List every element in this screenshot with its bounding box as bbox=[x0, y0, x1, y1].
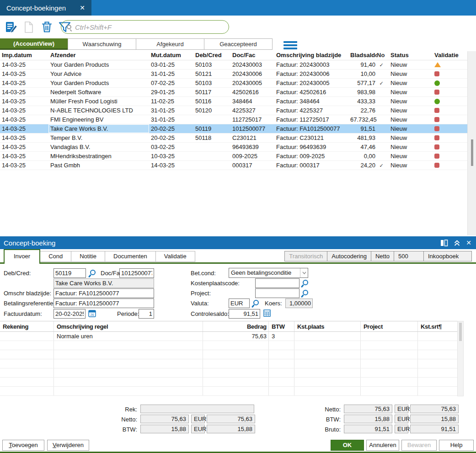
table-row[interactable]: 14-03-25 FMI Engineering BV 31-01-25 112… bbox=[0, 115, 467, 124]
quick-button[interactable]: Autocodering bbox=[327, 251, 371, 261]
project-input[interactable] bbox=[255, 288, 300, 298]
btw-right-field: 15,88 bbox=[344, 415, 392, 423]
chevron-down-icon[interactable] bbox=[300, 268, 308, 277]
col-rekening[interactable]: Rekening bbox=[0, 321, 54, 331]
close-icon[interactable]: ✕ bbox=[80, 4, 85, 11]
col-omschrijving[interactable]: Omschrijving bladzijde bbox=[274, 50, 350, 60]
col-kst-plaats[interactable]: Kst.plaats bbox=[294, 321, 361, 331]
verwijderen-button[interactable]: Verwijderen bbox=[47, 440, 89, 451]
table-row[interactable]: 14-03-25 N-ABLE TECHNOLOGIES LTD 31-01-2… bbox=[0, 106, 467, 115]
table-row[interactable]: 14-03-25 Past Gmbh 14-03-25 000317 Factu… bbox=[0, 161, 467, 170]
panel-tab[interactable]: Invoer bbox=[4, 249, 40, 264]
table-row[interactable]: 14-03-25 MHendriksbestratingen 10-03-25 … bbox=[0, 152, 467, 161]
bruto-right-currency: EUR bbox=[395, 425, 408, 433]
calculator-grid-icon[interactable] bbox=[263, 309, 271, 318]
omschr-bladzijde-input[interactable] bbox=[53, 288, 154, 298]
edit-document-icon[interactable] bbox=[4, 20, 18, 34]
col-status[interactable]: Status bbox=[386, 50, 431, 60]
calendar-icon[interactable]: 26 bbox=[88, 309, 96, 319]
cell-status: Nieuw bbox=[386, 88, 431, 96]
grid-row[interactable] bbox=[0, 378, 457, 387]
dock-panes-icon[interactable] bbox=[440, 240, 448, 246]
annuleren-button[interactable]: Annuleren bbox=[366, 440, 399, 451]
quick-button[interactable]: Transitorisch bbox=[284, 251, 327, 261]
table-row[interactable]: 14-03-25 Your Advice 31-01-25 50121 2024… bbox=[0, 69, 467, 79]
collapse-up-icon[interactable] bbox=[454, 240, 460, 246]
project-lookup-icon[interactable] bbox=[303, 290, 308, 295]
table-row[interactable]: 14-03-25 Nederpelt Software 29-01-25 501… bbox=[0, 88, 467, 97]
grid-row[interactable]: Normale uren 75,63 3 bbox=[0, 332, 457, 341]
bewaren-button[interactable]: Bewaren bbox=[401, 440, 437, 451]
table-row[interactable]: 14-03-25 Temper B.V. 20-02-25 50118 C230… bbox=[0, 133, 467, 143]
col-btw[interactable]: BTW bbox=[269, 321, 294, 331]
filter-tab[interactable]: Afgekeurd bbox=[136, 38, 204, 50]
grid-scrollbar[interactable] bbox=[457, 321, 464, 396]
col-deb-cred[interactable]: Deb/Cred bbox=[193, 50, 230, 60]
omschr-bladzijde-label: Omschr bladzijde: bbox=[4, 290, 51, 297]
panel-tab[interactable]: Documenten bbox=[105, 251, 156, 262]
col-omschrijving-regel[interactable]: Omschrijving regel bbox=[54, 321, 203, 331]
valuta-input[interactable] bbox=[229, 298, 250, 308]
validatie-status-icon bbox=[434, 80, 440, 86]
panel-tab-bar: Invoer Cond Notitie Documenten Validatie… bbox=[0, 249, 476, 264]
menu-hamburger-icon[interactable] bbox=[283, 41, 297, 49]
table-row[interactable]: 14-03-25 Müller Fresh Food Logisti 11-02… bbox=[0, 97, 467, 106]
col-no[interactable]: No bbox=[377, 50, 386, 60]
cell-omschrijving-regel bbox=[54, 350, 203, 359]
factuurdatum-input[interactable] bbox=[53, 309, 86, 319]
grid-row[interactable] bbox=[0, 359, 457, 368]
table-row[interactable]: 14-03-25 Vandaglas B.V. 03-02-25 9649363… bbox=[0, 143, 467, 152]
panel-tab[interactable]: Notitie bbox=[71, 251, 105, 262]
scrollbar-thumb[interactable] bbox=[471, 139, 473, 166]
panel-tab[interactable]: Cond bbox=[40, 251, 71, 262]
quick-button[interactable]: Netto bbox=[371, 251, 394, 261]
ok-button[interactable]: OK bbox=[331, 440, 364, 451]
deb-cred-input[interactable] bbox=[53, 268, 86, 278]
valuta-lookup-icon[interactable] bbox=[253, 300, 259, 305]
quick-button[interactable]: 500 bbox=[394, 251, 424, 261]
filter-tab[interactable]: Geaccepteerd bbox=[204, 38, 273, 50]
grid-row[interactable] bbox=[0, 368, 457, 378]
grid-scrollbar-thumb[interactable] bbox=[459, 323, 462, 341]
table-row[interactable]: 14-03-25 Your Garden Products 07-02-25 5… bbox=[0, 79, 467, 88]
col-imp-datum[interactable]: Imp.datum bbox=[0, 50, 48, 60]
col-project[interactable]: Project bbox=[361, 321, 418, 331]
table-row[interactable]: 14-03-25 Your Garden Products 03-01-25 5… bbox=[0, 60, 467, 69]
filter-tab[interactable]: Waarschuwing bbox=[68, 38, 136, 50]
bet-cond-dropdown[interactable]: Geen betalingsconditie bbox=[229, 268, 308, 278]
grid-row[interactable] bbox=[0, 387, 457, 396]
cell-deb-cred: 50116 bbox=[193, 97, 230, 106]
col-afzender[interactable]: Afzender bbox=[48, 50, 149, 60]
new-document-icon[interactable] bbox=[22, 20, 36, 34]
cell-doc-fac: 1012500077 bbox=[230, 124, 274, 133]
search-input[interactable] bbox=[75, 23, 212, 31]
document-tab[interactable]: Concept-boekingen ✕ bbox=[0, 0, 91, 16]
toevoegen-button[interactable]: Toevoegen bbox=[2, 440, 44, 451]
help-button[interactable]: Help bbox=[439, 440, 474, 451]
vertical-scrollbar[interactable] bbox=[467, 51, 476, 235]
kostenplaatscode-input[interactable] bbox=[255, 278, 300, 288]
col-doc-fac[interactable]: Doc/Fac bbox=[230, 50, 274, 60]
quick-button[interactable]: Inkoopboek bbox=[423, 251, 472, 261]
panel-close-icon[interactable]: ✕ bbox=[466, 239, 471, 246]
search-box[interactable] bbox=[61, 20, 229, 34]
grid-row[interactable] bbox=[0, 341, 457, 350]
betalingsreferentie-input[interactable] bbox=[53, 298, 154, 308]
col-validatie[interactable]: Validatie bbox=[431, 50, 467, 60]
kostenplaatscode-lookup-icon[interactable] bbox=[303, 280, 308, 285]
cell-btw bbox=[269, 350, 294, 359]
col-kst-srt[interactable]: Kst.srt¶ bbox=[418, 321, 457, 331]
col-bladsaldo[interactable]: Bladsaldo bbox=[350, 50, 377, 60]
filter-tab[interactable]: (AccountView) bbox=[0, 38, 68, 50]
table-row[interactable]: 14-03-25 Take Care Works B.V. 20-02-25 5… bbox=[0, 124, 467, 133]
doc-fac-input[interactable] bbox=[119, 268, 154, 278]
periode-input[interactable] bbox=[139, 309, 154, 319]
cell-mut-datum: 03-01-25 bbox=[149, 60, 193, 69]
deb-cred-lookup-icon[interactable] bbox=[90, 270, 96, 275]
grid-row[interactable] bbox=[0, 350, 457, 359]
col-mut-datum[interactable]: Mut.datum bbox=[149, 50, 193, 60]
delete-trash-icon[interactable] bbox=[40, 20, 53, 34]
col-bedrag[interactable]: Bedrag bbox=[203, 321, 269, 331]
panel-tab[interactable]: Validatie bbox=[155, 251, 195, 262]
controlesaldo-input[interactable] bbox=[229, 309, 260, 319]
